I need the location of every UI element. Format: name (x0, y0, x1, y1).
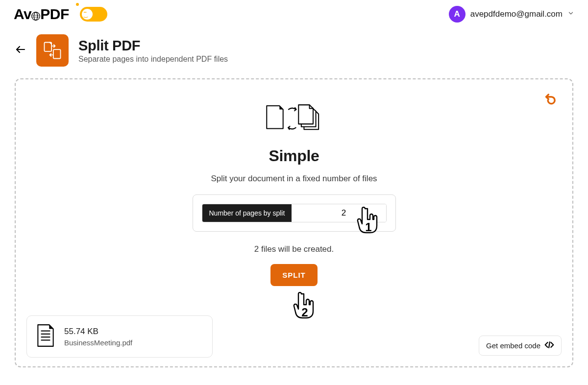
tool-title-block: Split PDF Separate pages into independen… (78, 38, 228, 64)
param-input-group: Number of pages by split (202, 204, 387, 222)
chevron-down-icon (567, 10, 574, 19)
svg-rect-4 (53, 49, 61, 58)
split-illustration-icon (262, 101, 326, 138)
file-chip[interactable]: 55.74 KB BusinessMeeting.pdf (26, 315, 213, 358)
top-bar: Av PDF A avepdfdemo@gmail.com (0, 0, 588, 24)
split-button-label: SPLIT (282, 271, 306, 279)
globe-icon (30, 7, 41, 24)
avatar-initial: A (454, 9, 460, 19)
param-card: Number of pages by split (193, 194, 396, 232)
file-size: 55.74 KB (64, 327, 132, 337)
get-embed-code-button[interactable]: Get embed code (479, 336, 562, 356)
pages-per-split-input[interactable] (292, 204, 386, 222)
mode-title: Simple (269, 147, 319, 165)
cursor-callout-2: 2 (292, 292, 317, 325)
brand-area: Av PDF (14, 6, 107, 23)
svg-line-9 (549, 342, 550, 348)
tool-header: Split PDF Separate pages into independen… (0, 24, 588, 78)
status-line: 2 files will be created. (254, 244, 334, 254)
split-button[interactable]: SPLIT (270, 264, 318, 286)
callout-number: 2 (301, 306, 308, 319)
back-arrow-icon[interactable] (15, 44, 26, 57)
tool-subtitle: Separate pages into independent PDF file… (78, 55, 228, 64)
file-name: BusinessMeeting.pdf (64, 338, 132, 347)
document-icon (36, 324, 55, 349)
user-email: avepdfdemo@gmail.com (470, 9, 563, 19)
param-label: Number of pages by split (202, 204, 292, 222)
logo-suffix: PDF (40, 6, 69, 22)
split-pdf-icon (36, 34, 69, 67)
svg-point-0 (32, 12, 40, 21)
center-column: Simple Split your document in a fixed nu… (25, 95, 563, 286)
svg-point-1 (34, 12, 38, 21)
tool-title: Split PDF (78, 38, 228, 54)
account-menu[interactable]: A avepdfdemo@gmail.com (449, 6, 574, 23)
theme-toggle[interactable] (80, 7, 107, 22)
code-icon (544, 341, 554, 350)
mode-description: Split your document in a fixed number of… (211, 174, 377, 184)
embed-label: Get embed code (486, 341, 540, 350)
file-texts: 55.74 KB BusinessMeeting.pdf (64, 327, 132, 347)
workarea: Simple Split your document in a fixed nu… (15, 78, 573, 367)
avatar: A (449, 6, 466, 23)
undo-icon[interactable] (544, 91, 558, 107)
app-logo[interactable]: Av PDF (14, 6, 69, 23)
logo-prefix: Av (14, 6, 31, 22)
